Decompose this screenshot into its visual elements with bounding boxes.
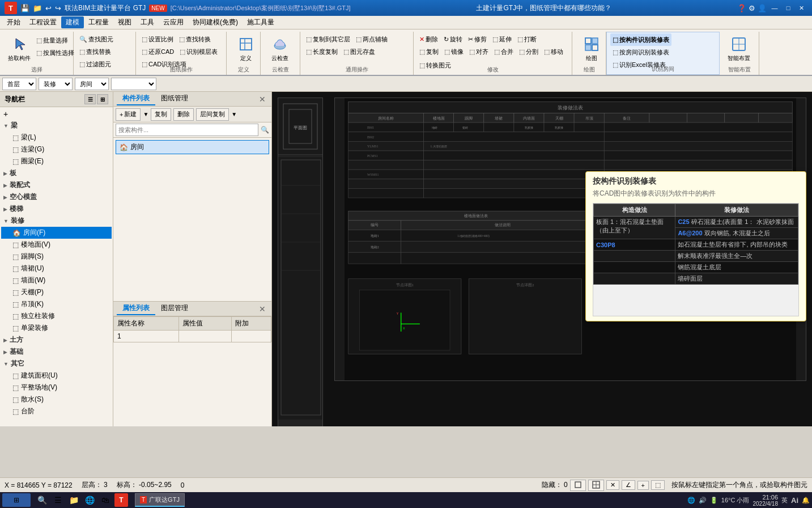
ribbon-btn-move[interactable]: ⬚ 移动 [542, 45, 566, 58]
ribbon-btn-copy[interactable]: ⬚ 复制 [417, 45, 441, 58]
extra-select[interactable] [111, 78, 156, 90]
ribbon-btn-copy-layer[interactable]: ⬚ 复制到其它层 [304, 33, 352, 45]
help-icon[interactable]: ❓ [737, 4, 746, 12]
ribbon-btn-prop-select[interactable]: ⬚ 按属性选择 [34, 46, 76, 59]
tree-item-beam-decor[interactable]: ⬚ 单梁装修 [1, 322, 112, 334]
ribbon-btn-extend[interactable]: ⬚ 延伸 [490, 33, 514, 45]
ribbon-btn-identify-by-room[interactable]: ⬚ 按房间识别装修表 [610, 46, 671, 58]
angle-btn[interactable]: ∠ [622, 480, 635, 490]
tree-item-scatter[interactable]: ⬚ 散水(S) [1, 393, 112, 405]
notification-icon[interactable]: 🔔 [802, 497, 810, 504]
ribbon-btn-trim[interactable]: ✂ 修剪 [466, 33, 489, 45]
quick-save-icon[interactable]: 💾 [20, 4, 29, 12]
menu-tools[interactable]: 工具 [136, 16, 159, 28]
redo-icon[interactable]: ↪ [55, 4, 61, 12]
ribbon-btn-length-copy[interactable]: ⬚ 长度复制 [304, 45, 340, 58]
menu-view[interactable]: 视图 [113, 16, 136, 28]
taskbar-edge-icon[interactable]: 🌐 [83, 493, 96, 507]
ribbon-btn-element-save[interactable]: ⬚ 图元存盘 [341, 45, 377, 58]
taskbar-store-icon[interactable]: 🛍 [99, 493, 112, 507]
ribbon-btn-cloud-check[interactable]: 云检查 [264, 33, 296, 67]
tree-category-fitout-setup[interactable]: 装配式 [1, 179, 112, 191]
menu-project-settings[interactable]: 工程设置 [25, 16, 61, 28]
menu-cloud[interactable]: 云应用 [159, 16, 188, 28]
ribbon-btn-find-element[interactable]: 🔍 查找图元 [77, 33, 116, 45]
tree-item-floor[interactable]: ⬚ 楼地面(V) [1, 239, 112, 251]
floor-copy-arrow[interactable]: ▼ [231, 111, 237, 117]
tree-item-wall-decor[interactable]: ⬚ 墙裙(U) [1, 263, 112, 274]
tree-category-hollow[interactable]: 空心模盖 [1, 191, 112, 203]
tree-item-room[interactable]: 🏠 房间(F) [1, 227, 112, 239]
tree-category-stairs[interactable]: 楼梯 [1, 203, 112, 215]
ribbon-btn-merge[interactable]: ⬚ 合并 [492, 45, 516, 58]
tree-category-beam[interactable]: 梁 [1, 120, 112, 132]
tree-item-flatten[interactable]: ⬚ 平整场地(V) [1, 382, 112, 393]
volume-icon[interactable]: 🔊 [699, 497, 707, 504]
ribbon-btn-split[interactable]: ⬚ 分割 [517, 45, 541, 58]
layer-select[interactable]: 首层 [2, 78, 36, 90]
close-button[interactable]: ✕ [796, 3, 807, 12]
menu-collab[interactable]: 协同建模(免费) [188, 16, 243, 28]
delete-component-btn[interactable]: 删除 [173, 108, 194, 121]
tree-category-fitout[interactable]: 装修 [1, 215, 112, 227]
minimize-button[interactable]: — [769, 3, 780, 12]
new-component-btn[interactable]: + 新建 [116, 108, 141, 121]
search-component-input[interactable] [116, 124, 258, 136]
tab-drawing-mgmt[interactable]: 图纸管理 [155, 92, 194, 105]
tab-attr-list[interactable]: 属性列表 [117, 302, 155, 315]
clock[interactable]: 21:06 2022/4/18 [753, 494, 779, 507]
zoom-btn[interactable]: ⬚ [651, 480, 665, 490]
tree-item-building-area[interactable]: ⬚ 建筑面积(U) [1, 370, 112, 382]
tree-item-beam-l[interactable]: ⬚ 梁(L) [1, 132, 112, 143]
nav-list-view-btn[interactable]: ☰ [84, 94, 96, 104]
measure-btn[interactable]: + [637, 481, 649, 490]
canvas-area[interactable]: 平面图 [272, 92, 812, 426]
taskbar-search-icon[interactable]: 🔍 [35, 493, 49, 507]
ribbon-btn-define[interactable]: 定义 [230, 33, 262, 67]
grid-btn[interactable] [588, 480, 604, 491]
ribbon-btn-smart[interactable]: 智能布置 [723, 33, 755, 67]
start-button[interactable]: ⊞ [2, 493, 31, 507]
ribbon-btn-set-scale[interactable]: ⬚ 设置比例 [139, 33, 176, 45]
taskbar-app-gtj[interactable]: T 广联达GTJ [135, 493, 185, 507]
tree-item-skirting[interactable]: ⬚ 踢脚(S) [1, 251, 112, 263]
ribbon-btn-restore-cad[interactable]: ⬚ 还原CAD [139, 45, 176, 58]
nav-tile-view-btn[interactable]: ⊞ [97, 94, 108, 104]
network-icon[interactable]: 🌐 [687, 497, 695, 504]
undo-icon[interactable]: ↩ [45, 4, 52, 12]
ribbon-btn-mirror[interactable]: ⬚ 镜像 [442, 45, 466, 58]
ribbon-btn-pick[interactable]: 拾取构件 [3, 33, 35, 67]
copy-component-btn[interactable]: 复制 [151, 108, 171, 121]
props-panel-close[interactable]: ✕ [257, 303, 268, 315]
tab-layer-mgmt[interactable]: 图层管理 [155, 302, 194, 315]
settings-icon[interactable]: ⚙ [749, 4, 755, 12]
component-item-room[interactable]: 🏠 房间 [116, 140, 269, 154]
tree-item-beam-g[interactable]: ⬚ 连梁(G) [1, 143, 112, 155]
tree-item-terrace[interactable]: ⬚ 台阶 [1, 405, 112, 417]
floor-copy-btn[interactable]: 层间复制 [196, 108, 229, 121]
tree-category-earthwork[interactable]: 土方 [1, 334, 112, 346]
ortho-btn[interactable]: ✕ [606, 480, 619, 490]
tree-category-foundation[interactable]: 基础 [1, 346, 112, 358]
taskbar-task-view-icon[interactable]: ☰ [51, 493, 65, 507]
taskbar-gtj-icon[interactable]: T [114, 493, 128, 507]
menu-quantity[interactable]: 工程量 [84, 16, 113, 28]
tree-item-col-decor[interactable]: ⬚ 独立柱装修 [1, 310, 112, 322]
menu-build[interactable]: 建模 [61, 16, 84, 28]
ribbon-btn-two-point[interactable]: ⬚ 两点辅轴 [354, 33, 390, 45]
lang-indicator[interactable]: 英 [781, 496, 788, 505]
tree-item-ceiling[interactable]: ⬚ 天棚(P) [1, 286, 112, 298]
new-dropdown-arrow[interactable]: ▼ [143, 111, 148, 117]
tree-item-susp-ceil[interactable]: ⬚ 吊顶(K) [1, 298, 112, 310]
ribbon-btn-filter[interactable]: ⬚ 过滤图元 [77, 58, 116, 70]
room-select[interactable]: 房间 [75, 78, 109, 90]
component-panel-close[interactable]: ✕ [257, 94, 268, 105]
tree-category-other[interactable]: 其它 [1, 358, 112, 370]
type-select[interactable]: 装修 [39, 78, 73, 90]
ribbon-btn-draw[interactable]: 绘图 [576, 33, 607, 67]
quick-open-icon[interactable]: 📁 [33, 4, 42, 12]
tree-item-beam-e[interactable]: ⬚ 圈梁(E) [1, 155, 112, 167]
ribbon-btn-find-convert[interactable]: ⬚ 查找转换 [177, 33, 213, 45]
ribbon-btn-identify-component[interactable]: ⬚ 按构件识别装修表 [610, 33, 671, 46]
restore-button[interactable]: □ [783, 3, 794, 12]
